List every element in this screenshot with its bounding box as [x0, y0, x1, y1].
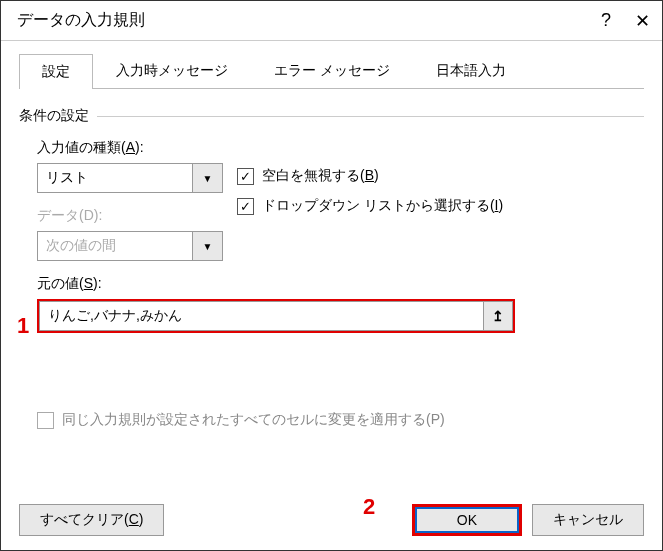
checkbox-checked-icon: ✓ [237, 198, 254, 215]
source-input[interactable] [39, 301, 483, 331]
allow-label: 入力値の種類(A): [37, 139, 237, 157]
allow-value: リスト [37, 163, 193, 193]
tab-error-message[interactable]: エラー メッセージ [251, 53, 413, 88]
dialog-footer: すべてクリア(C) OK キャンセル [19, 504, 644, 536]
dialog-title: データの入力規則 [17, 10, 145, 31]
in-cell-dropdown-checkbox[interactable]: ✓ ドロップダウン リストから選択する(I) [237, 197, 503, 215]
collapse-dialog-icon: ↥ [492, 308, 504, 324]
apply-changes-label: 同じ入力規則が設定されたすべてのセルに変更を適用する(P) [62, 411, 445, 429]
source-input-highlight: ↥ [37, 299, 515, 333]
checkbox-unchecked-icon [37, 412, 54, 429]
allow-combo[interactable]: リスト ▼ [37, 163, 223, 193]
annotation-1: 1 [17, 313, 29, 339]
ignore-blank-checkbox[interactable]: ✓ 空白を無視する(B) [237, 167, 503, 185]
help-button[interactable]: ? [601, 10, 611, 31]
criteria-legend: 条件の設定 [19, 107, 644, 125]
titlebar-controls: ? ✕ [601, 10, 650, 32]
titlebar: データの入力規則 ? ✕ [1, 1, 662, 41]
tab-strip: 設定 入力時メッセージ エラー メッセージ 日本語入力 [19, 53, 644, 89]
clear-all-button[interactable]: すべてクリア(C) [19, 504, 164, 536]
apply-changes-checkbox: 同じ入力規則が設定されたすべてのセルに変更を適用する(P) [37, 411, 644, 429]
source-label: 元の値(S): [37, 275, 644, 293]
chevron-down-icon[interactable]: ▼ [193, 163, 223, 193]
data-label: データ(D): [37, 207, 237, 225]
ignore-blank-label: 空白を無視する(B) [262, 167, 379, 185]
chevron-down-icon: ▼ [193, 231, 223, 261]
data-combo: 次の値の間 ▼ [37, 231, 223, 261]
range-selector-button[interactable]: ↥ [483, 301, 513, 331]
cancel-button[interactable]: キャンセル [532, 504, 644, 536]
checkbox-checked-icon: ✓ [237, 168, 254, 185]
tab-ime[interactable]: 日本語入力 [413, 53, 529, 88]
close-button[interactable]: ✕ [635, 10, 650, 32]
tab-input-message[interactable]: 入力時メッセージ [93, 53, 251, 88]
dialog-content: 設定 入力時メッセージ エラー メッセージ 日本語入力 条件の設定 入力値の種類… [1, 41, 662, 445]
ok-button[interactable]: OK [412, 504, 522, 536]
data-value: 次の値の間 [37, 231, 193, 261]
in-cell-dropdown-label: ドロップダウン リストから選択する(I) [262, 197, 503, 215]
tab-settings[interactable]: 設定 [19, 54, 93, 89]
